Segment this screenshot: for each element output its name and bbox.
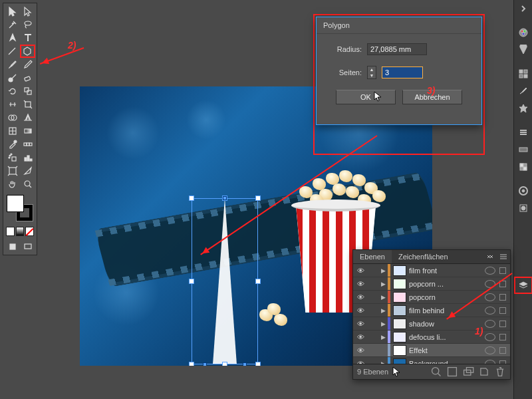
hand-tool[interactable] <box>5 178 20 191</box>
free-transform-tool[interactable] <box>20 98 35 111</box>
visibility-toggle-icon[interactable]: 👁 <box>353 346 368 354</box>
stroke-panel-icon[interactable] <box>514 124 532 141</box>
blob-brush-tool[interactable] <box>5 71 20 84</box>
paintbrush-tool[interactable] <box>5 58 20 71</box>
gradient-mode[interactable] <box>16 227 25 236</box>
visibility-toggle-icon[interactable]: 👁 <box>353 267 368 275</box>
new-layer-icon[interactable] <box>478 366 490 377</box>
layer-name[interactable]: shadow <box>409 320 481 328</box>
symbols-icon[interactable] <box>514 100 532 117</box>
fill-stroke-control[interactable] <box>5 191 35 225</box>
swatches-icon[interactable] <box>514 65 532 82</box>
symbol-sprayer-tool[interactable] <box>5 151 20 164</box>
brushes-icon[interactable] <box>514 82 532 100</box>
make-clipping-mask-icon[interactable] <box>446 366 458 377</box>
radius-input[interactable] <box>367 43 427 55</box>
pencil-tool[interactable] <box>20 58 35 71</box>
zoom-tool[interactable] <box>20 178 35 191</box>
lasso-tool[interactable] <box>20 18 35 31</box>
expand-toggle-icon[interactable]: ▶ <box>378 281 388 287</box>
target-icon[interactable] <box>485 280 495 288</box>
pen-tool[interactable] <box>5 31 20 45</box>
fill-swatch[interactable] <box>7 195 24 212</box>
mesh-tool[interactable] <box>5 124 20 138</box>
transparency-icon[interactable] <box>514 158 532 176</box>
layer-name[interactable]: popcorn ... <box>409 280 481 288</box>
layer-row[interactable]: 👁▶popcorn ... <box>353 277 510 291</box>
resize-handle[interactable] <box>255 196 261 201</box>
layer-name[interactable]: film front <box>409 267 481 275</box>
expand-toggle-icon[interactable]: ▶ <box>378 267 388 274</box>
eraser-tool[interactable] <box>20 71 35 84</box>
selection-tool[interactable] <box>5 5 20 18</box>
layer-row[interactable]: 👁▶popcorn <box>353 291 510 304</box>
layer-name[interactable]: film behind <box>409 307 481 315</box>
layer-name[interactable]: popcorn <box>409 293 481 301</box>
target-icon[interactable] <box>485 307 495 315</box>
target-icon[interactable] <box>485 360 495 364</box>
target-icon[interactable] <box>485 293 495 301</box>
visibility-toggle-icon[interactable]: 👁 <box>353 280 368 288</box>
color-mode[interactable] <box>6 227 15 236</box>
gradient-panel-icon[interactable] <box>514 141 532 158</box>
layers-panel-icon[interactable] <box>514 277 532 294</box>
layer-name[interactable]: Effekt <box>409 346 481 354</box>
layer-name[interactable]: Background <box>409 360 481 364</box>
target-icon[interactable] <box>485 267 495 275</box>
width-tool[interactable] <box>5 98 20 111</box>
layer-row[interactable]: 👁Effekt <box>353 344 510 357</box>
magic-wand-tool[interactable] <box>5 18 20 31</box>
layer-row[interactable]: 👁▶defocus li... <box>353 331 510 344</box>
anchor-point[interactable] <box>243 362 247 366</box>
sides-spinner[interactable]: ▲ ▼ <box>367 66 376 79</box>
blend-tool[interactable] <box>20 138 35 151</box>
appearance-icon[interactable] <box>514 182 532 200</box>
polygon-tool[interactable] <box>20 45 35 58</box>
resize-handle[interactable] <box>255 362 261 366</box>
shape-builder-tool[interactable] <box>5 111 20 124</box>
spinner-down[interactable]: ▼ <box>368 72 376 78</box>
visibility-toggle-icon[interactable]: 👁 <box>353 307 368 315</box>
line-segment-tool[interactable] <box>5 45 20 58</box>
layer-row[interactable]: 👁▶film front <box>353 264 510 277</box>
column-graph-tool[interactable] <box>20 151 35 164</box>
artboard-tool[interactable] <box>5 164 20 178</box>
tab-artboards[interactable]: Zeichenflächen <box>392 250 455 263</box>
delete-layer-icon[interactable] <box>494 366 506 377</box>
expand-toggle-icon[interactable]: ▶ <box>378 307 388 314</box>
anchor-point[interactable] <box>203 362 207 366</box>
draw-mode-normal[interactable] <box>5 240 20 253</box>
resize-handle[interactable] <box>189 362 194 366</box>
spinner-up[interactable]: ▲ <box>368 66 376 72</box>
layer-row[interactable]: 👁▶shadow <box>353 317 510 331</box>
graphic-styles-icon[interactable] <box>514 200 532 217</box>
ok-button[interactable]: OK <box>336 90 396 104</box>
direct-selection-tool[interactable] <box>20 5 35 18</box>
new-sublayer-icon[interactable] <box>462 366 474 377</box>
cancel-button[interactable]: Abbrechen <box>402 90 462 104</box>
screen-mode[interactable] <box>20 240 35 253</box>
expand-toggle-icon[interactable]: ▶ <box>378 321 388 327</box>
panel-menu-icon[interactable] <box>497 250 510 263</box>
panel-collapse-icon[interactable] <box>483 250 497 263</box>
target-icon[interactable] <box>485 346 495 354</box>
color-guide-icon[interactable] <box>514 41 532 59</box>
none-mode[interactable] <box>25 227 34 236</box>
color-panel-icon[interactable] <box>514 24 532 41</box>
layer-name[interactable]: defocus li... <box>409 333 481 341</box>
expand-dock-icon[interactable] <box>514 0 532 17</box>
perspective-grid-tool[interactable] <box>20 111 35 124</box>
visibility-toggle-icon[interactable]: 👁 <box>353 360 368 364</box>
resize-handle[interactable] <box>255 279 261 284</box>
rotate-tool[interactable] <box>5 84 20 98</box>
polygon-selection[interactable] <box>192 198 258 364</box>
locate-object-icon[interactable] <box>430 366 442 377</box>
layer-row[interactable]: 👁▶film behind <box>353 304 510 317</box>
resize-handle[interactable] <box>189 196 194 201</box>
visibility-toggle-icon[interactable]: 👁 <box>353 333 368 341</box>
slice-tool[interactable] <box>20 164 35 178</box>
resize-handle[interactable] <box>222 362 227 366</box>
target-icon[interactable] <box>485 320 495 328</box>
gradient-tool[interactable] <box>20 124 35 138</box>
scale-tool[interactable] <box>20 84 35 98</box>
